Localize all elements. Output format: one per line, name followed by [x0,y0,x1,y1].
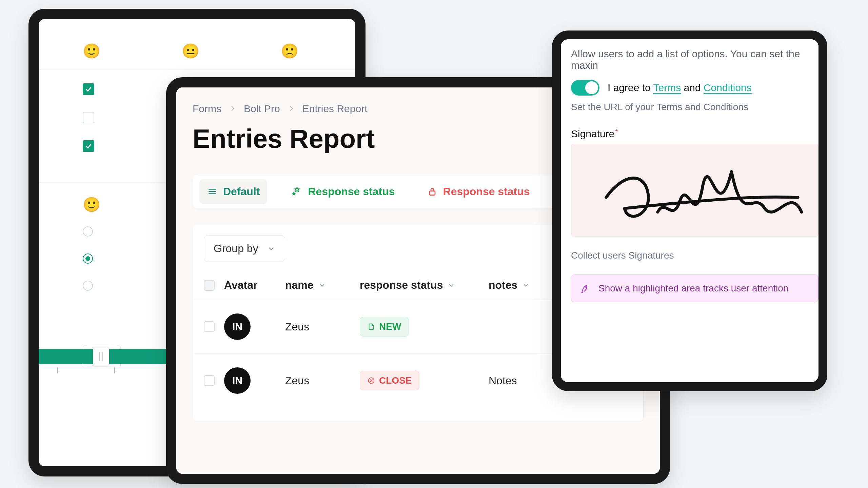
status-text: NEW [379,321,401,332]
radio-3[interactable] [83,281,93,291]
highlight-text: Show a highlighted area tracks user atte… [598,283,788,294]
chevron-right-icon [229,103,236,115]
breadcrumb-item[interactable]: Forms [193,103,221,115]
breadcrumb-item[interactable]: Entries Report [302,103,368,115]
tab-response-status-green[interactable]: Response status [284,179,402,204]
group-by-label: Group by [214,242,258,255]
signature-description: Collect users Signatures [561,237,818,274]
row-checkbox[interactable] [204,321,215,332]
col-response-status[interactable]: response status [360,279,489,291]
tab-label: Response status [308,185,395,198]
avatar: IN [224,313,251,340]
tablet-right: Allow users to add a list of options. Yo… [552,30,827,391]
agree-prefix: I agree to [608,82,653,93]
tab-default[interactable]: Default [199,179,267,204]
smile-emoji[interactable]: 🙂 [83,43,100,59]
signature-label-text: Signature [571,128,614,139]
chevron-right-icon [288,103,295,115]
rocket-icon [580,283,590,293]
slider-thumb[interactable] [93,347,109,366]
col-resp-label: response status [360,279,443,291]
terms-toggle-row: I agree to Terms and Conditions [561,80,818,102]
avatar: IN [224,367,251,394]
terms-url-note: Set the URL of your Terms and Conditions [561,102,818,128]
checkbox-1[interactable] [83,83,94,95]
terms-toggle[interactable] [571,80,599,96]
neutral-emoji[interactable]: 😐 [182,43,199,59]
tab-label: Response status [443,185,530,198]
agree-and: and [681,82,704,93]
svg-point-10 [586,286,587,287]
frown-emoji[interactable]: 🙁 [281,43,298,59]
cell-name: Zeus [285,374,360,387]
status-badge: NEW [360,317,409,337]
col-name-label: name [285,279,314,291]
tab-label: Default [223,185,260,198]
row-checkbox[interactable] [204,375,215,386]
agree-text: I agree to Terms and Conditions [608,82,752,94]
cell-name: Zeus [285,321,360,333]
required-asterisk: * [615,128,618,136]
radio-1[interactable] [83,226,93,237]
svg-rect-3 [430,191,435,195]
highlight-callout: Show a highlighted area tracks user atte… [571,274,818,302]
group-by-dropdown[interactable]: Group by [204,235,285,262]
options-description: Allow users to add a list of options. Yo… [561,48,818,80]
tab-response-status-red[interactable]: Response status [419,179,537,204]
terms-link[interactable]: Terms [653,82,681,93]
form-settings-screen: Allow users to add a list of options. Yo… [561,39,818,382]
conditions-link[interactable]: Conditions [704,82,752,93]
select-all-checkbox[interactable] [204,280,215,291]
emoji-rating-row: 🙂 😐 🙁 [39,33,355,70]
radio-2[interactable] [83,253,93,264]
col-notes-label: notes [489,279,517,291]
checkbox-3[interactable] [83,140,94,152]
status-badge: CLOSE [360,371,419,390]
signature-label: Signature* [561,128,818,144]
signature-input[interactable] [571,144,818,237]
status-text: CLOSE [379,375,412,386]
col-avatar: Avatar [224,279,285,291]
col-name[interactable]: name [285,279,360,291]
breadcrumb-item[interactable]: Bolt Pro [244,103,280,115]
checkbox-2[interactable] [83,112,94,123]
